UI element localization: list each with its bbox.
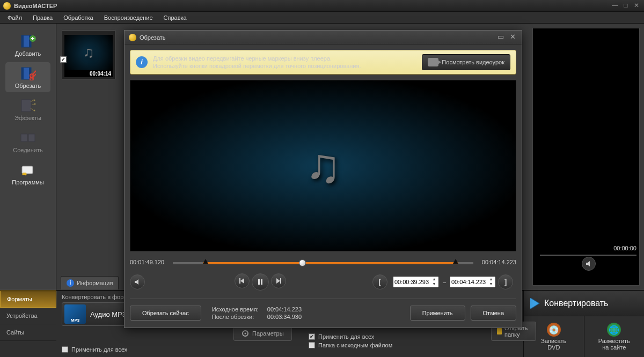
- trim-dialog: Обрезать ▭ ✕ i Для обрезки видео передви…: [124, 30, 522, 328]
- out-time-value: 00:04:14.223: [451, 279, 488, 285]
- src-time-value: 00:04:14.223: [267, 306, 302, 313]
- volume-button[interactable]: [130, 274, 145, 289]
- camera-icon: [428, 58, 438, 66]
- watch-tutorial-button[interactable]: Посмотреть видеоурок: [422, 54, 510, 70]
- time-info: Исходное время: 00:04:14.223 После обрез…: [212, 306, 302, 321]
- frame-forward-button[interactable]: [271, 273, 286, 288]
- svg-rect-20: [258, 279, 260, 285]
- time-dash: –: [441, 279, 448, 285]
- after-cut-label: После обрезки:: [212, 313, 266, 321]
- timeline-selection: [203, 262, 458, 264]
- hint-line2: Используйте кнопки покадровой перемотки …: [153, 62, 416, 70]
- timeline-playhead[interactable]: [299, 259, 306, 266]
- svg-rect-19: [239, 278, 240, 284]
- dialog-titlebar[interactable]: Обрезать ▭ ✕: [125, 31, 522, 44]
- svg-rect-22: [280, 278, 281, 284]
- music-note-icon: ♫: [305, 138, 341, 194]
- svg-rect-21: [261, 279, 262, 285]
- dialog-close-button[interactable]: ✕: [508, 33, 517, 42]
- out-time-spinner[interactable]: ▲▼: [488, 277, 494, 287]
- in-time-spinner[interactable]: ▲▼: [431, 277, 437, 287]
- timeline-time-left: 00:01:49.120: [130, 259, 164, 265]
- apply-button[interactable]: Применить: [410, 306, 465, 321]
- hint-bar: i Для обрезки видео передвигайте черные …: [130, 50, 516, 75]
- frame-fwd-icon: [275, 278, 282, 284]
- hint-info-icon: i: [136, 56, 148, 68]
- dialog-logo-icon: [129, 34, 136, 41]
- playback-controls: [ 00:00:39.293 ▲▼ – 00:04:14.223 ▲▼ ]: [130, 273, 516, 291]
- cut-now-button[interactable]: Обрезать сейчас: [130, 306, 201, 321]
- out-time-input[interactable]: 00:04:14.223 ▲▼: [450, 276, 496, 288]
- set-out-button[interactable]: ]: [498, 274, 513, 289]
- hint-text: Для обрезки видео передвигайте черные ма…: [153, 55, 416, 70]
- timeline-marker-out[interactable]: [453, 259, 458, 264]
- play-pause-button[interactable]: [252, 273, 269, 291]
- watch-tutorial-label: Посмотреть видеоурок: [442, 59, 504, 65]
- trim-timeline[interactable]: 00:01:49.120 00:04:14.223: [130, 259, 516, 270]
- dialog-bottom-bar: Обрезать сейчас Исходное время: 00:04:14…: [130, 299, 516, 321]
- dialog-preview: ♫: [130, 80, 516, 251]
- frame-back-icon: [239, 278, 245, 284]
- volume-icon: [134, 278, 141, 286]
- modal-overlay: Обрезать ▭ ✕ i Для обрезки видео передви…: [0, 0, 644, 357]
- pause-icon: [257, 278, 264, 286]
- frame-back-button[interactable]: [235, 273, 250, 288]
- timeline-marker-in[interactable]: [203, 259, 208, 264]
- after-cut-value: 00:03:34.930: [267, 314, 302, 320]
- src-time-label: Исходное время:: [212, 306, 266, 313]
- hint-line1: Для обрезки видео передвигайте черные ма…: [153, 55, 416, 62]
- set-in-button[interactable]: [: [372, 274, 387, 289]
- dialog-title: Обрезать: [140, 34, 494, 41]
- timeline-track[interactable]: [173, 262, 473, 264]
- in-time-input[interactable]: 00:00:39.293 ▲▼: [393, 276, 439, 288]
- cancel-button[interactable]: Отмена: [471, 306, 516, 321]
- timeline-time-right: 00:04:14.223: [482, 259, 516, 265]
- in-time-value: 00:00:39.293: [394, 279, 431, 285]
- dialog-minimize-button[interactable]: ▭: [496, 33, 506, 42]
